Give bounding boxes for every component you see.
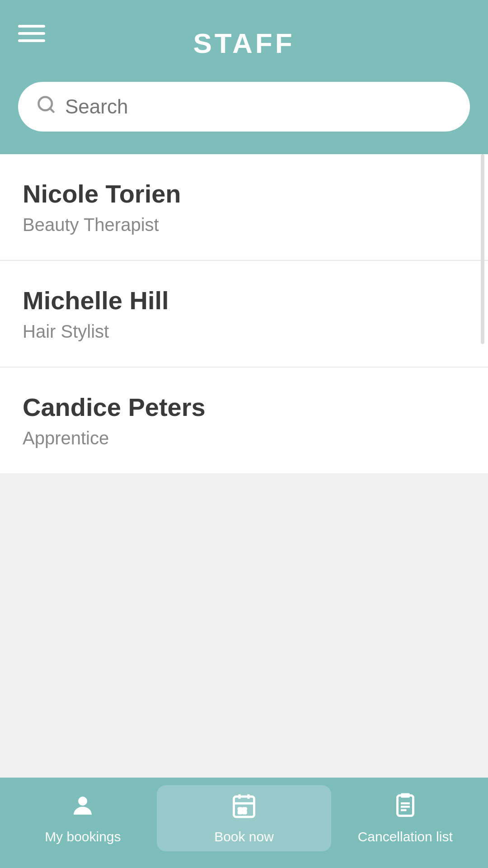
nav-label-my-bookings: My bookings: [45, 829, 121, 844]
staff-name-1: Nicole Torien: [23, 179, 465, 208]
svg-rect-11: [397, 796, 413, 816]
menu-button[interactable]: [18, 25, 45, 42]
nav-item-cancellation-list[interactable]: Cancellation list: [331, 792, 479, 844]
staff-item-1[interactable]: Nicole Torien Beauty Therapist: [0, 154, 488, 261]
scrollbar[interactable]: [481, 154, 484, 344]
search-input[interactable]: [65, 95, 452, 118]
staff-role-1: Beauty Therapist: [23, 215, 465, 235]
svg-rect-10: [243, 811, 247, 814]
svg-rect-8: [243, 808, 247, 810]
empty-content-area: [0, 473, 488, 781]
page-title: STAFF: [193, 27, 295, 59]
nav-label-cancellation-list: Cancellation list: [358, 829, 453, 844]
svg-point-2: [78, 797, 87, 806]
nav-label-book-now: Book now: [214, 829, 274, 844]
nav-item-my-bookings[interactable]: My bookings: [9, 792, 157, 844]
staff-item-2[interactable]: Michelle Hill Hair Stylist: [0, 261, 488, 368]
calendar-icon: [230, 792, 258, 825]
staff-list: Nicole Torien Beauty Therapist Michelle …: [0, 154, 488, 473]
staff-list-wrapper: Nicole Torien Beauty Therapist Michelle …: [0, 154, 488, 473]
staff-role-3: Apprentice: [23, 428, 465, 448]
search-icon: [36, 94, 56, 119]
nav-item-book-now[interactable]: Book now: [157, 785, 332, 851]
search-container: [0, 82, 488, 154]
svg-line-1: [50, 108, 54, 112]
staff-name-2: Michelle Hill: [23, 286, 465, 315]
person-icon: [69, 792, 96, 825]
svg-rect-7: [239, 808, 242, 810]
clipboard-icon: [392, 792, 419, 825]
bottom-nav: My bookings Book now: [0, 778, 488, 868]
staff-item-3[interactable]: Candice Peters Apprentice: [0, 368, 488, 473]
staff-name-3: Candice Peters: [23, 392, 465, 422]
svg-rect-12: [401, 793, 410, 798]
search-box: [18, 82, 470, 132]
svg-rect-9: [239, 811, 242, 814]
app-header: STAFF: [0, 0, 488, 82]
staff-role-2: Hair Stylist: [23, 321, 465, 342]
